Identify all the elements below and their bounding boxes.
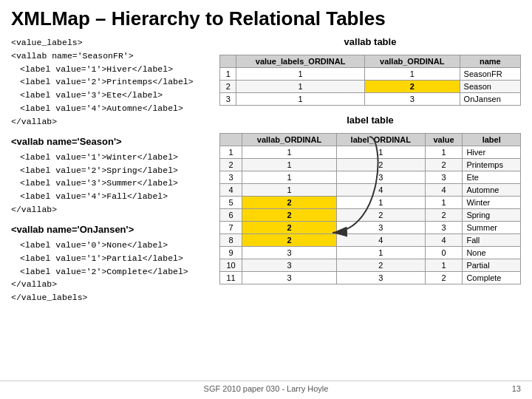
label-row-9-cell-1: 3 xyxy=(242,247,337,259)
label-row-5-cell-0: 5 xyxy=(220,197,242,209)
label-row-10-cell-4: Partial xyxy=(463,259,521,272)
label-col-header-vallab-ordinal: vallab_ORDINAL xyxy=(242,134,337,146)
xml-line-4: <label value='2'>Printemps</label> xyxy=(11,75,211,89)
vallab-row-2: 2 1 2 Season xyxy=(220,81,521,93)
label-row-4-cell-4: Automne xyxy=(463,184,521,197)
vallab-row-1-name: SeasonFR xyxy=(460,68,520,81)
label-row-5-cell-1: 2 xyxy=(242,197,337,209)
label-row-8-cell-4: Fall xyxy=(463,234,521,247)
label-col-header-value: value xyxy=(425,134,463,146)
label-row-8-cell-0: 8 xyxy=(220,234,242,247)
label-row-5: 5211Winter xyxy=(220,197,521,209)
label-row-6-cell-0: 6 xyxy=(220,209,242,222)
label-row-8: 8244Fall xyxy=(220,234,521,247)
label-row-11-cell-4: Complete xyxy=(463,272,521,284)
label-row-4-cell-3: 4 xyxy=(425,184,463,197)
xml-line-3: <label value='1'>Hiver</label> xyxy=(11,63,211,76)
page: XMLMap – Hierarchy to Relational Tables … xyxy=(0,0,532,399)
label-row-10-cell-3: 1 xyxy=(425,259,463,272)
label-row-1-cell-3: 1 xyxy=(425,146,463,159)
xml-line-1: <value_labels> xyxy=(11,36,211,50)
onjansen-line-3: <label value='2'>Complete</label> xyxy=(11,265,211,279)
left-panel: <value_labels> <vallab name='SeasonFR'> … xyxy=(11,36,211,304)
label-row-2-cell-1: 1 xyxy=(242,159,337,171)
label-table: vallab_ORDINAL label_ORDINAL value label… xyxy=(219,133,521,284)
onjansen-line-4: </vallab> xyxy=(11,278,211,291)
season-line-2: <label value='2'>Spring</label> xyxy=(11,164,211,177)
label-row-6-cell-3: 2 xyxy=(425,209,463,222)
label-row-9-cell-2: 1 xyxy=(336,247,425,259)
onjansen-line-5: </value_labels> xyxy=(11,291,211,304)
label-col-header-empty xyxy=(220,134,242,146)
label-row-4-cell-0: 4 xyxy=(220,184,242,197)
label-row-10-cell-2: 2 xyxy=(336,259,425,272)
vallab-row-1-vl: 1 xyxy=(236,68,365,81)
right-panel: vallab table value_labels_ORDINAL vallab… xyxy=(219,36,521,284)
label-row-9-cell-0: 9 xyxy=(220,247,242,259)
vallab-row-3-num: 3 xyxy=(220,93,236,106)
label-row-6-cell-1: 2 xyxy=(242,209,337,222)
vallab-row-2-vl: 1 xyxy=(236,81,365,93)
label-col-header-label-ordinal: label_ORDINAL xyxy=(336,134,425,146)
content-area: <value_labels> <vallab name='SeasonFR'> … xyxy=(11,36,521,304)
label-row-7-cell-2: 3 xyxy=(336,222,425,234)
label-table-label: label table xyxy=(219,115,521,126)
label-row-9-cell-3: 0 xyxy=(425,247,463,259)
label-row-5-cell-2: 1 xyxy=(336,197,425,209)
label-row-3-cell-0: 3 xyxy=(220,171,242,184)
label-row-2-cell-0: 2 xyxy=(220,159,242,171)
vallab-col-header-vl-ordinal: value_labels_ORDINAL xyxy=(236,55,365,68)
vallab-table: value_labels_ORDINAL vallab_ORDINAL name… xyxy=(219,55,521,106)
label-row-8-cell-2: 4 xyxy=(336,234,425,247)
xml-line-2: <vallab name='SeasonFR'> xyxy=(11,50,211,63)
label-row-10-cell-1: 3 xyxy=(242,259,337,272)
vallab-row-1-num: 1 xyxy=(220,68,236,81)
label-row-1-cell-4: Hiver xyxy=(463,146,521,159)
vallab-table-container: value_labels_ORDINAL vallab_ORDINAL name… xyxy=(219,55,521,106)
label-row-11-cell-2: 3 xyxy=(336,272,425,284)
season-line-1: <label value='1'>Winter</label> xyxy=(11,151,211,164)
label-row-2: 2122Printemps xyxy=(220,159,521,171)
label-row-3-cell-1: 1 xyxy=(242,171,337,184)
footer-text: SGF 2010 paper 030 - Larry Hoyle xyxy=(204,384,329,393)
label-row-1-cell-2: 1 xyxy=(336,146,425,159)
onjansen-line-1: <label value='0'>None</label> xyxy=(11,239,211,252)
label-row-11-cell-3: 2 xyxy=(425,272,463,284)
vallab-table-label: vallab table xyxy=(219,36,521,47)
label-row-7: 7233Summer xyxy=(220,222,521,234)
vallab-row-1: 1 1 1 SeasonFR xyxy=(220,68,521,81)
label-row-6: 6222Spring xyxy=(220,209,521,222)
vallab-col-header-empty xyxy=(220,55,236,68)
label-row-7-cell-3: 3 xyxy=(425,222,463,234)
label-row-3: 3133Ete xyxy=(220,171,521,184)
vallab-row-2-num: 2 xyxy=(220,81,236,93)
label-row-10: 10321Partial xyxy=(220,259,521,272)
vallab-row-3-vl: 1 xyxy=(236,93,365,106)
vallab-season-heading: <vallab name='Season'> xyxy=(11,134,211,149)
label-row-8-cell-3: 4 xyxy=(425,234,463,247)
label-row-9-cell-4: None xyxy=(463,247,521,259)
vallab-col-header-vallab-ordinal: vallab_ORDINAL xyxy=(364,55,460,68)
season-line-5: </vallab> xyxy=(11,203,211,216)
label-row-11: 11332Complete xyxy=(220,272,521,284)
footer-page: 13 xyxy=(512,384,521,393)
vallab-row-1-vo: 1 xyxy=(364,68,460,81)
label-row-5-cell-4: Winter xyxy=(463,197,521,209)
label-row-4-cell-2: 4 xyxy=(336,184,425,197)
vallab-col-header-name: name xyxy=(460,55,520,68)
label-row-1-cell-0: 1 xyxy=(220,146,242,159)
label-row-3-cell-3: 3 xyxy=(425,171,463,184)
label-row-8-cell-1: 2 xyxy=(242,234,337,247)
vallab-onjansen-heading: <vallab name='OnJansen'> xyxy=(11,222,211,237)
vallab-row-3-vo: 3 xyxy=(364,93,460,106)
season-line-4: <label value='4'>Fall</label> xyxy=(11,190,211,203)
label-row-1: 1111Hiver xyxy=(220,146,521,159)
label-row-3-cell-2: 3 xyxy=(336,171,425,184)
label-table-container: vallab_ORDINAL label_ORDINAL value label… xyxy=(219,133,521,284)
label-row-2-cell-3: 2 xyxy=(425,159,463,171)
vallab-row-2-name: Season xyxy=(460,81,520,93)
label-col-header-label: label xyxy=(463,134,521,146)
label-row-7-cell-1: 2 xyxy=(242,222,337,234)
label-row-3-cell-4: Ete xyxy=(463,171,521,184)
page-title: XMLMap – Hierarchy to Relational Tables xyxy=(11,7,521,30)
